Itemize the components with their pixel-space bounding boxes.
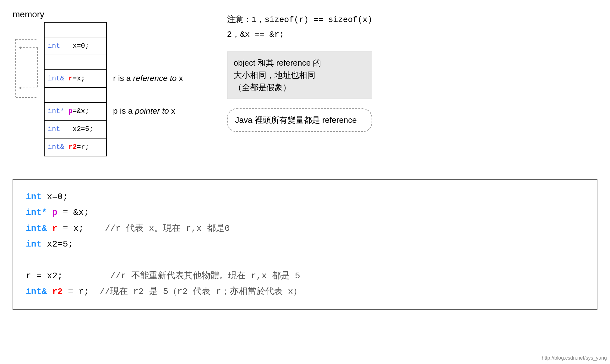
kw-int-1: int	[26, 192, 41, 202]
right-panel: 注意：1，sizeof(r) == sizeof(x) 2，&x == &r; …	[227, 13, 373, 132]
code-block: int x=0; int* p = &x; int& r = x; //r 代表…	[13, 179, 597, 310]
code-text: =&x;	[73, 107, 89, 115]
table-row: int* p=&x;	[44, 102, 106, 120]
kw-int-4: int	[26, 239, 41, 249]
svg-marker-1	[19, 46, 21, 49]
code-text: =r;	[77, 143, 89, 151]
code-line-6: r = x2; //r 不能重新代表其他物體。現在 r,x 都是 5	[26, 268, 584, 284]
code-line-5	[26, 253, 584, 268]
table-row	[44, 55, 106, 70]
code-line-3: int& r = x; //r 代表 x。現在 r,x 都是0	[26, 221, 584, 236]
code-line-7: int& r2 = r; //現在 r2 是 5（r2 代表 r；亦相當於代表 …	[26, 284, 584, 300]
code-text-6: r = x2;	[26, 271, 110, 281]
comment-7: //現在 r2 是 5（r2 代表 r；亦相當於代表 x）	[100, 287, 302, 296]
code-rest-1: x=0;	[41, 192, 68, 202]
table-row: int& r2=r;	[44, 138, 106, 156]
kw-int-3: int&	[26, 224, 47, 233]
table-row: int& r=x;	[44, 70, 106, 88]
table-row	[44, 22, 106, 37]
r-label: r is a reference to x	[113, 73, 183, 83]
code-line-4: int x2=5;	[26, 236, 584, 252]
note-box-dotted: Java 裡頭所有變量都是 reference	[227, 108, 373, 132]
var-p-code: p	[52, 208, 57, 217]
svg-marker-4	[19, 86, 21, 90]
code-line-2: int* p = &x;	[26, 205, 584, 220]
comment-6: //r 不能重新代表其他物體。現在 r,x 都是 5	[110, 271, 300, 281]
top-note: 注意：1，sizeof(r) == sizeof(x) 2，&x == &r;	[227, 13, 373, 42]
note-dotted-text: Java 裡頭所有變量都是 reference	[235, 115, 357, 125]
code-rest-2b: = &x;	[57, 208, 89, 217]
p-label: p is a pointer to x	[113, 106, 175, 116]
table-row: int x=0;	[44, 37, 106, 55]
comment-3: //r 代表 x。現在 r,x 都是0	[105, 224, 230, 233]
keyword-int2: int	[48, 125, 60, 133]
top-section: memory	[13, 9, 597, 173]
code-text	[64, 143, 68, 151]
memory-title: memory	[13, 9, 44, 19]
var-r: r	[68, 75, 73, 83]
keyword-int-ref: int&	[48, 75, 64, 83]
code-text-7	[47, 287, 52, 296]
code-text: =x;	[73, 75, 85, 83]
memory-diagram-panel: memory	[13, 9, 183, 173]
code-rest-3b: = x;	[57, 224, 105, 233]
var-r2-code: r2	[52, 287, 63, 296]
code-text	[64, 75, 68, 83]
table-row	[44, 88, 106, 102]
var-p: p	[68, 107, 73, 115]
table-row: int x2=5;	[44, 120, 106, 138]
note-gray-line3: （全都是假象）	[234, 81, 366, 94]
note-gray-line2: 大小相同，地址也相同	[234, 69, 366, 81]
kw-int-2: int*	[26, 208, 47, 217]
arrows-svg	[13, 22, 44, 173]
keyword-int: int	[48, 42, 60, 50]
keyword-int-ptr: int*	[48, 107, 64, 115]
watermark: http://blog.csdn.net/sys_yang	[542, 355, 607, 361]
code-rest-2	[47, 208, 52, 217]
code-rest-3	[47, 224, 52, 233]
code-line-1: int x=0;	[26, 189, 584, 205]
code-text: x2=5;	[60, 125, 94, 133]
code-rest-4: x2=5;	[41, 239, 73, 249]
note-gray-line1: object 和其 reference 的	[234, 57, 366, 69]
note-box-gray: object 和其 reference 的 大小相同，地址也相同 （全都是假象）	[227, 52, 373, 99]
note-line2: 2，&x == &r;	[227, 27, 373, 42]
var-r-code: r	[52, 224, 57, 233]
code-rest-7: = r;	[63, 287, 100, 296]
code-text: x=0;	[60, 42, 89, 50]
row-labels: r is a reference to x p is a pointer to …	[113, 22, 183, 156]
code-text	[64, 107, 68, 115]
keyword-int-ref2: int&	[48, 143, 64, 151]
var-r2: r2	[68, 143, 77, 151]
memory-table: int x=0; int& r=x;	[44, 22, 107, 156]
memory-table-wrapper: int x=0; int& r=x;	[44, 22, 107, 156]
kw-int-7: int&	[26, 287, 47, 296]
note-line1: 注意：1，sizeof(r) == sizeof(x)	[227, 13, 373, 27]
